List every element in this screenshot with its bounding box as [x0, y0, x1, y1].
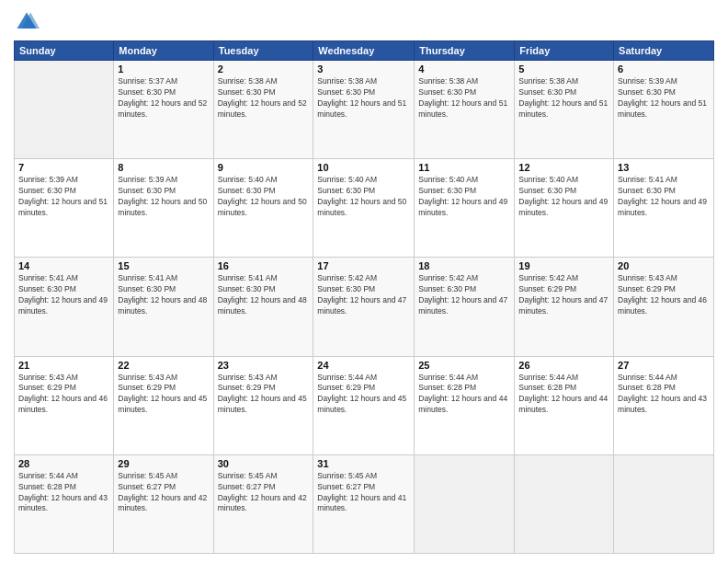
- calendar-cell: 6Sunrise: 5:39 AMSunset: 6:30 PMDaylight…: [614, 61, 714, 159]
- day-number: 14: [18, 260, 109, 271]
- calendar-cell: 15Sunrise: 5:41 AMSunset: 6:30 PMDayligh…: [114, 258, 213, 356]
- day-info: Sunrise: 5:42 AMSunset: 6:30 PMDaylight:…: [418, 273, 510, 317]
- day-info: Sunrise: 5:45 AMSunset: 6:27 PMDaylight:…: [317, 471, 410, 515]
- logo-icon: [14, 9, 40, 35]
- day-number: 24: [317, 360, 410, 371]
- day-number: 29: [118, 458, 209, 469]
- day-number: 4: [418, 63, 510, 75]
- day-number: 5: [518, 63, 609, 75]
- calendar-week-row: 7Sunrise: 5:39 AMSunset: 6:30 PMDaylight…: [15, 159, 714, 258]
- day-info: Sunrise: 5:44 AMSunset: 6:28 PMDaylight:…: [418, 373, 510, 417]
- day-number: 20: [618, 260, 710, 271]
- day-number: 1: [118, 63, 209, 75]
- day-number: 7: [18, 162, 109, 173]
- day-number: 17: [317, 260, 410, 271]
- calendar-cell: 29Sunrise: 5:45 AMSunset: 6:27 PMDayligh…: [114, 454, 213, 553]
- weekday-header: Sunday: [15, 41, 114, 61]
- calendar-cell: [415, 454, 515, 553]
- calendar-cell: 11Sunrise: 5:40 AMSunset: 6:30 PMDayligh…: [415, 159, 515, 258]
- day-info: Sunrise: 5:44 AMSunset: 6:28 PMDaylight:…: [18, 471, 109, 515]
- day-info: Sunrise: 5:38 AMSunset: 6:30 PMDaylight:…: [317, 76, 410, 121]
- day-number: 11: [418, 162, 510, 173]
- day-info: Sunrise: 5:39 AMSunset: 6:30 PMDaylight:…: [18, 175, 109, 219]
- day-number: 8: [118, 162, 209, 173]
- day-number: 22: [118, 360, 209, 371]
- day-info: Sunrise: 5:40 AMSunset: 6:30 PMDaylight:…: [218, 175, 310, 219]
- calendar-cell: 1Sunrise: 5:37 AMSunset: 6:30 PMDaylight…: [114, 61, 213, 159]
- calendar-cell: [614, 454, 714, 553]
- day-info: Sunrise: 5:37 AMSunset: 6:30 PMDaylight:…: [118, 76, 209, 121]
- calendar-cell: 9Sunrise: 5:40 AMSunset: 6:30 PMDaylight…: [213, 159, 313, 258]
- calendar-cell: 2Sunrise: 5:38 AMSunset: 6:30 PMDaylight…: [213, 61, 313, 159]
- day-info: Sunrise: 5:40 AMSunset: 6:30 PMDaylight:…: [518, 175, 609, 219]
- calendar-cell: 16Sunrise: 5:41 AMSunset: 6:30 PMDayligh…: [213, 258, 313, 356]
- day-info: Sunrise: 5:45 AMSunset: 6:27 PMDaylight:…: [218, 471, 310, 515]
- day-info: Sunrise: 5:41 AMSunset: 6:30 PMDaylight:…: [218, 273, 310, 317]
- day-number: 30: [218, 458, 310, 469]
- day-info: Sunrise: 5:42 AMSunset: 6:29 PMDaylight:…: [518, 273, 609, 317]
- calendar-week-row: 28Sunrise: 5:44 AMSunset: 6:28 PMDayligh…: [15, 454, 714, 553]
- day-number: 13: [618, 162, 710, 173]
- calendar-week-row: 21Sunrise: 5:43 AMSunset: 6:29 PMDayligh…: [15, 356, 714, 454]
- calendar-cell: 31Sunrise: 5:45 AMSunset: 6:27 PMDayligh…: [313, 454, 415, 553]
- day-info: Sunrise: 5:40 AMSunset: 6:30 PMDaylight:…: [317, 175, 410, 219]
- calendar-cell: 25Sunrise: 5:44 AMSunset: 6:28 PMDayligh…: [415, 356, 515, 454]
- day-number: 28: [18, 458, 109, 469]
- calendar-cell: 5Sunrise: 5:38 AMSunset: 6:30 PMDaylight…: [515, 61, 614, 159]
- day-number: 27: [618, 360, 710, 371]
- weekday-header: Saturday: [614, 41, 714, 61]
- calendar-cell: 30Sunrise: 5:45 AMSunset: 6:27 PMDayligh…: [213, 454, 313, 553]
- day-number: 10: [317, 162, 410, 173]
- day-info: Sunrise: 5:38 AMSunset: 6:30 PMDaylight:…: [518, 76, 609, 121]
- day-number: 25: [418, 360, 510, 371]
- day-number: 15: [118, 260, 209, 271]
- day-info: Sunrise: 5:43 AMSunset: 6:29 PMDaylight:…: [118, 373, 209, 417]
- weekday-header: Friday: [515, 41, 614, 61]
- calendar-cell: 23Sunrise: 5:43 AMSunset: 6:29 PMDayligh…: [213, 356, 313, 454]
- calendar-cell: [515, 454, 614, 553]
- calendar-cell: 8Sunrise: 5:39 AMSunset: 6:30 PMDaylight…: [114, 159, 213, 258]
- day-info: Sunrise: 5:39 AMSunset: 6:30 PMDaylight:…: [118, 175, 209, 219]
- calendar-cell: 4Sunrise: 5:38 AMSunset: 6:30 PMDaylight…: [415, 61, 515, 159]
- calendar-cell: [15, 61, 114, 159]
- weekday-header: Monday: [114, 41, 213, 61]
- day-number: 23: [218, 360, 310, 371]
- day-info: Sunrise: 5:43 AMSunset: 6:29 PMDaylight:…: [18, 373, 109, 417]
- calendar-cell: 26Sunrise: 5:44 AMSunset: 6:28 PMDayligh…: [515, 356, 614, 454]
- weekday-header: Tuesday: [213, 41, 313, 61]
- day-info: Sunrise: 5:38 AMSunset: 6:30 PMDaylight:…: [418, 76, 510, 121]
- day-number: 26: [518, 360, 609, 371]
- day-info: Sunrise: 5:44 AMSunset: 6:28 PMDaylight:…: [518, 373, 609, 417]
- calendar-cell: 3Sunrise: 5:38 AMSunset: 6:30 PMDaylight…: [313, 61, 415, 159]
- day-info: Sunrise: 5:45 AMSunset: 6:27 PMDaylight:…: [118, 471, 209, 515]
- day-info: Sunrise: 5:43 AMSunset: 6:29 PMDaylight:…: [618, 273, 710, 317]
- day-number: 9: [218, 162, 310, 173]
- calendar-table: SundayMondayTuesdayWednesdayThursdayFrid…: [14, 40, 714, 554]
- day-info: Sunrise: 5:41 AMSunset: 6:30 PMDaylight:…: [118, 273, 209, 317]
- weekday-header: Wednesday: [313, 41, 415, 61]
- logo: [14, 9, 43, 35]
- calendar-cell: 18Sunrise: 5:42 AMSunset: 6:30 PMDayligh…: [415, 258, 515, 356]
- day-info: Sunrise: 5:42 AMSunset: 6:30 PMDaylight:…: [317, 273, 410, 317]
- day-number: 18: [418, 260, 510, 271]
- day-number: 16: [218, 260, 310, 271]
- day-number: 19: [518, 260, 609, 271]
- calendar-cell: 27Sunrise: 5:44 AMSunset: 6:28 PMDayligh…: [614, 356, 714, 454]
- day-number: 12: [518, 162, 609, 173]
- calendar-cell: 13Sunrise: 5:41 AMSunset: 6:30 PMDayligh…: [614, 159, 714, 258]
- day-number: 2: [218, 63, 310, 75]
- day-number: 3: [317, 63, 410, 75]
- calendar-cell: 24Sunrise: 5:44 AMSunset: 6:29 PMDayligh…: [313, 356, 415, 454]
- day-info: Sunrise: 5:38 AMSunset: 6:30 PMDaylight:…: [218, 76, 310, 121]
- day-number: 21: [18, 360, 109, 371]
- calendar-body: 1Sunrise: 5:37 AMSunset: 6:30 PMDaylight…: [15, 61, 714, 554]
- day-info: Sunrise: 5:41 AMSunset: 6:30 PMDaylight:…: [618, 175, 710, 219]
- day-number: 6: [618, 63, 710, 75]
- day-info: Sunrise: 5:41 AMSunset: 6:30 PMDaylight:…: [18, 273, 109, 317]
- day-number: 31: [317, 458, 410, 469]
- page: SundayMondayTuesdayWednesdayThursdayFrid…: [0, 0, 728, 563]
- calendar-cell: 22Sunrise: 5:43 AMSunset: 6:29 PMDayligh…: [114, 356, 213, 454]
- weekday-header: Thursday: [415, 41, 515, 61]
- day-info: Sunrise: 5:40 AMSunset: 6:30 PMDaylight:…: [418, 175, 510, 219]
- calendar-week-row: 1Sunrise: 5:37 AMSunset: 6:30 PMDaylight…: [15, 61, 714, 159]
